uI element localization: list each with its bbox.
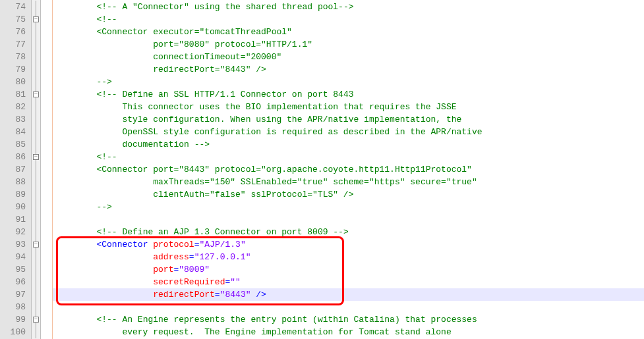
- code-line[interactable]: <Connector executor="tomcatThreadPool": [53, 26, 644, 38]
- line-number: 84: [0, 126, 31, 138]
- line-number: 79: [0, 63, 31, 76]
- code-line[interactable]: redirectPort="8443" />: [53, 288, 644, 301]
- code-line[interactable]: secretRequired="": [53, 276, 644, 288]
- fold-toggle-icon[interactable]: −: [33, 317, 39, 323]
- line-number: 82: [0, 101, 31, 113]
- code-line[interactable]: [53, 213, 644, 226]
- code-line[interactable]: address="127.0.0.1": [53, 251, 644, 263]
- line-number: 78: [0, 51, 31, 63]
- fold-column[interactable]: −−−−−: [32, 0, 41, 339]
- code-editor: 7475767778798081828384858687888990919293…: [0, 0, 644, 339]
- line-number: 98: [0, 301, 31, 313]
- line-number: 97: [0, 288, 31, 301]
- fold-toggle-icon[interactable]: −: [33, 16, 39, 22]
- line-number: 91: [0, 213, 31, 226]
- line-number-gutter: 7475767778798081828384858687888990919293…: [0, 0, 32, 339]
- code-line[interactable]: <!-- An Engine represents the entry poin…: [53, 313, 644, 326]
- line-number: 95: [0, 263, 31, 276]
- code-line[interactable]: maxThreads="150" SSLEnabled="true" schem…: [53, 176, 644, 188]
- line-number: 94: [0, 251, 31, 263]
- bookmark-margin: [41, 0, 53, 339]
- code-line[interactable]: redirectPort="8443" />: [53, 63, 644, 76]
- line-number: 88: [0, 176, 31, 188]
- code-area[interactable]: <!-- A "Connector" using the shared thre…: [53, 0, 644, 339]
- line-number: 77: [0, 38, 31, 51]
- code-line[interactable]: <!-- A "Connector" using the shared thre…: [53, 1, 644, 13]
- line-number: 81: [0, 88, 31, 101]
- line-number: 75: [0, 13, 31, 26]
- code-line[interactable]: -->: [53, 76, 644, 88]
- code-line[interactable]: port="8080" protocol="HTTP/1.1": [53, 38, 644, 51]
- code-line[interactable]: documentation -->: [53, 138, 644, 151]
- line-number: 89: [0, 188, 31, 201]
- code-line[interactable]: every request. The Engine implementation…: [53, 326, 644, 338]
- line-number: 90: [0, 201, 31, 213]
- line-number: 100: [0, 326, 31, 338]
- code-line[interactable]: port="8009": [53, 263, 644, 276]
- fold-toggle-icon[interactable]: −: [33, 91, 39, 97]
- line-number: 87: [0, 163, 31, 176]
- line-number: 76: [0, 26, 31, 38]
- line-number: 93: [0, 238, 31, 251]
- code-line[interactable]: <!--: [53, 151, 644, 163]
- line-number: 83: [0, 113, 31, 126]
- code-line[interactable]: <Connector protocol="AJP/1.3": [53, 238, 644, 251]
- line-number: 85: [0, 138, 31, 151]
- line-number: 99: [0, 313, 31, 326]
- line-number: 86: [0, 151, 31, 163]
- code-line[interactable]: This connector uses the BIO implementati…: [53, 101, 644, 113]
- line-number: 92: [0, 226, 31, 238]
- code-line[interactable]: connectionTimeout="20000": [53, 51, 644, 63]
- code-line[interactable]: <Connector port="8443" protocol="org.apa…: [53, 163, 644, 176]
- code-line[interactable]: -->: [53, 201, 644, 213]
- code-line[interactable]: <!-- Define an AJP 1.3 Connector on port…: [53, 226, 644, 238]
- code-line[interactable]: <!--: [53, 13, 644, 26]
- fold-toggle-icon[interactable]: −: [33, 242, 39, 248]
- line-number: 74: [0, 1, 31, 13]
- fold-toggle-icon[interactable]: −: [33, 154, 39, 160]
- line-number: 96: [0, 276, 31, 288]
- code-line[interactable]: <!-- Define an SSL HTTP/1.1 Connector on…: [53, 88, 644, 101]
- code-line[interactable]: OpenSSL style configuration is required …: [53, 126, 644, 138]
- code-line[interactable]: [53, 301, 644, 313]
- line-number: 80: [0, 76, 31, 88]
- code-line[interactable]: clientAuth="false" sslProtocol="TLS" />: [53, 188, 644, 201]
- code-line[interactable]: style configuration. When using the APR/…: [53, 113, 644, 126]
